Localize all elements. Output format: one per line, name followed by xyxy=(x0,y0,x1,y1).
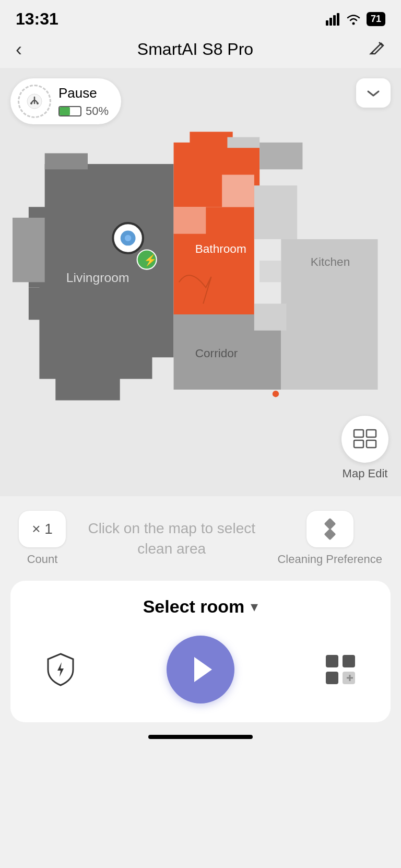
grid-button[interactable] xyxy=(320,649,361,690)
map-edit-label: Map Edit xyxy=(343,467,388,480)
svg-rect-29 xyxy=(222,175,254,207)
svg-rect-40 xyxy=(367,440,376,448)
svg-rect-38 xyxy=(367,430,376,437)
pause-label: Pause xyxy=(58,85,109,101)
page-title: SmartAI S8 Pro xyxy=(137,40,253,59)
signal-icon xyxy=(326,13,340,26)
svg-rect-17 xyxy=(227,137,260,148)
svg-point-36 xyxy=(273,391,279,397)
svg-rect-24 xyxy=(254,185,297,239)
floor-map[interactable]: Bathroom Corridor Kitchen Livingroom ⚡ xyxy=(13,94,388,460)
svg-marker-43 xyxy=(194,657,212,682)
svg-text:Bathroom: Bathroom xyxy=(195,242,246,255)
robot-icon xyxy=(18,85,51,118)
cleaning-preference-button[interactable] xyxy=(306,511,353,547)
header: ‹ SmartAI S8 Pro xyxy=(0,34,401,68)
svg-text:Livingroom: Livingroom xyxy=(66,271,129,285)
svg-rect-14 xyxy=(13,218,45,282)
svg-rect-2 xyxy=(333,15,336,26)
home-indicator xyxy=(148,735,253,739)
map-container[interactable]: Pause 50% Bathroom xyxy=(0,68,401,496)
svg-rect-46 xyxy=(326,672,338,684)
svg-rect-28 xyxy=(254,303,287,330)
cleaning-pref-label: Cleaning Preference xyxy=(277,553,382,566)
svg-rect-44 xyxy=(326,655,338,667)
dropdown-arrow-icon: ▾ xyxy=(251,598,258,615)
svg-rect-18 xyxy=(260,143,302,169)
svg-text:Kitchen: Kitchen xyxy=(311,255,350,268)
battery-bar xyxy=(58,106,81,116)
svg-point-4 xyxy=(352,22,355,25)
edit-button[interactable] xyxy=(369,39,385,60)
bottom-panel: Select room ▾ xyxy=(10,581,391,722)
svg-rect-42 xyxy=(324,529,336,541)
svg-rect-45 xyxy=(343,655,355,667)
status-time: 13:31 xyxy=(16,9,58,29)
map-edit-button[interactable]: Map Edit xyxy=(341,416,388,480)
robot-status-pill: Pause 50% xyxy=(10,78,121,124)
svg-rect-1 xyxy=(329,18,332,26)
battery-fill xyxy=(60,107,70,115)
svg-point-33 xyxy=(125,235,131,241)
svg-text:⚡: ⚡ xyxy=(144,253,157,267)
robot-status-info: Pause 50% xyxy=(58,85,109,118)
svg-rect-0 xyxy=(326,20,328,26)
status-bar: 13:31 71 xyxy=(0,0,401,34)
svg-rect-12 xyxy=(29,288,55,320)
select-room-label: Select room xyxy=(143,596,245,617)
svg-point-10 xyxy=(37,102,39,104)
count-value: × 1 xyxy=(32,521,53,537)
count-label: Count xyxy=(27,553,58,566)
svg-rect-39 xyxy=(354,440,363,448)
wifi-icon xyxy=(346,13,361,26)
svg-rect-13 xyxy=(45,153,88,169)
action-row xyxy=(29,636,372,703)
instruction-text: Click on the map to select clean area xyxy=(66,518,277,559)
svg-rect-26 xyxy=(174,207,206,233)
count-section: × 1 Count xyxy=(19,511,66,566)
back-button[interactable]: ‹ xyxy=(16,40,22,59)
battery-indicator: 71 xyxy=(367,12,385,26)
status-icons: 71 xyxy=(326,12,385,26)
svg-rect-27 xyxy=(260,261,281,282)
shield-button[interactable] xyxy=(40,649,81,690)
svg-rect-37 xyxy=(354,430,363,437)
cleaning-preference-section: Cleaning Preference xyxy=(277,511,382,566)
svg-rect-41 xyxy=(324,518,336,530)
collapse-button[interactable] xyxy=(356,78,391,108)
select-room-row[interactable]: Select room ▾ xyxy=(29,596,372,617)
svg-text:Corridor: Corridor xyxy=(195,347,238,360)
svg-rect-3 xyxy=(337,13,339,26)
svg-point-9 xyxy=(30,102,32,104)
map-edit-icon-circle xyxy=(341,416,388,463)
play-button[interactable] xyxy=(167,636,234,703)
battery-percent: 50% xyxy=(86,104,109,118)
count-button[interactable]: × 1 xyxy=(19,511,66,547)
battery-status: 50% xyxy=(58,104,109,118)
controls-row: × 1 Count Click on the map to select cle… xyxy=(0,496,401,570)
svg-rect-16 xyxy=(190,132,232,148)
